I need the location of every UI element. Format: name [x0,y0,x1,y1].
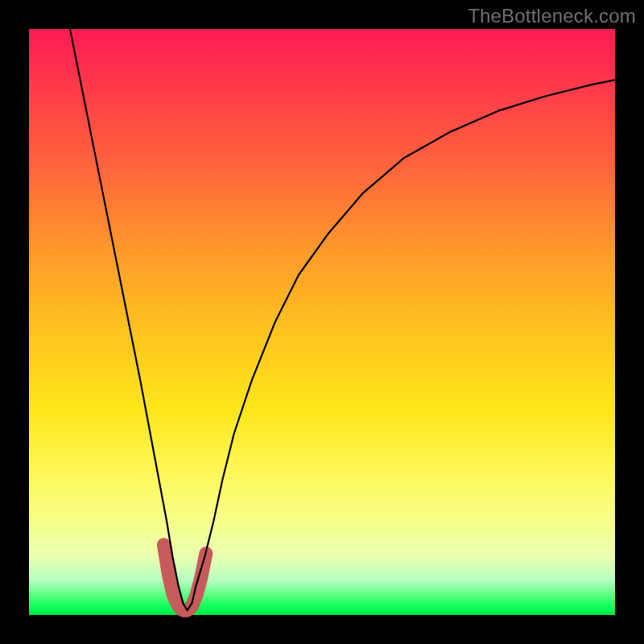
sweet-spot-band [163,545,205,611]
watermark-text: TheBottleneck.com [468,5,636,27]
curve-layer [29,29,615,615]
bottleneck-curve [70,29,615,610]
plot-area [29,29,615,615]
chart-frame: TheBottleneck.com [0,0,644,644]
